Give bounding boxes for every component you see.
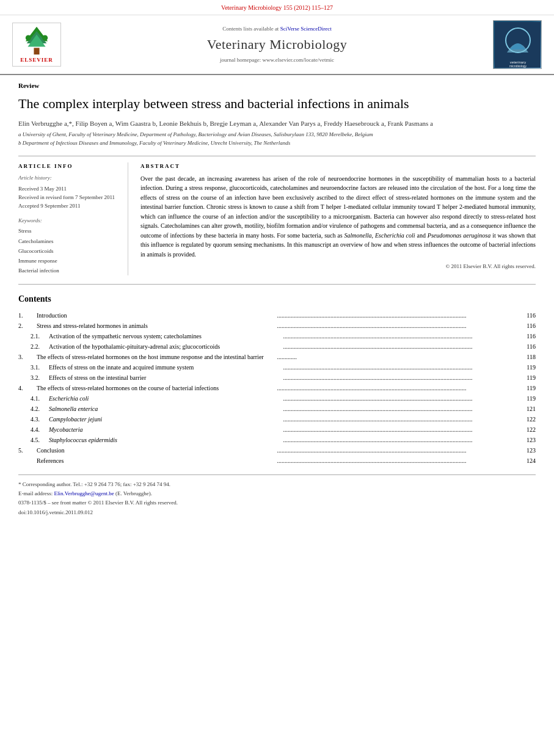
toc-item-3: 3. The effects of stress-related hormone…: [18, 352, 536, 362]
svg-point-5: [42, 35, 48, 40]
copyright-text: © 2011 Elsevier B.V. All rights reserved…: [140, 263, 536, 271]
abstract-column: ABSTRACT Over the past decade, an increa…: [140, 162, 536, 275]
affiliations: a University of Ghent, Faculty of Veteri…: [18, 131, 536, 147]
svg-rect-0: [34, 48, 39, 54]
accepted-date: Accepted 9 September 2011: [18, 202, 122, 210]
contents-title: Contents: [18, 293, 536, 305]
journal-logo-icon: veterinary microbiology: [495, 22, 541, 68]
affiliation-b: b Department of Infectious Diseases and …: [18, 139, 536, 148]
toc-item-2-1: 2.1. Activation of the sympathetic nervo…: [18, 331, 536, 341]
sciverse-link[interactable]: SciVerse ScienceDirect: [280, 26, 332, 32]
abstract-text: Over the past decade, an increasing awar…: [140, 174, 536, 260]
toc-item-conclusion: 5. Conclusion ..........................…: [18, 445, 536, 456]
keyword-bacterial-infection: Bacterial infection: [18, 266, 122, 275]
footer-divider: [18, 474, 536, 475]
toc-item-4-2: 4.2. Salmonella enterica ...............…: [18, 404, 536, 414]
doi-line: doi:10.1016/j.vetmic.2011.09.012: [18, 508, 536, 517]
toc-item-introduction: 1. Introduction ........................…: [18, 310, 536, 321]
toc-item-3-1: 3.1. Effects of stress on the innate and…: [18, 362, 536, 373]
article-type: Review: [18, 81, 536, 90]
toc-item-4-1: 4.1. Escherichia coli ..................…: [18, 393, 536, 404]
issn-line: 0378-1135/$ – see front matter © 2011 El…: [18, 498, 536, 507]
affiliation-a: a University of Ghent, Faculty of Veteri…: [18, 131, 536, 139]
received-revised-date: Received in revised form 7 September 201…: [18, 193, 122, 202]
elsevier-wordmark: ELSEVIER: [20, 56, 53, 64]
email-line: E-mail address: Elin.Verbrugghe@ugent.be…: [18, 489, 536, 498]
toc-item-4: 4. The effects of stress-related hormone…: [18, 383, 536, 393]
toc-item-4-4: 4.4. Mycobacteria ......................…: [18, 424, 536, 435]
keyword-glucocorticoids: Glucocorticoids: [18, 246, 122, 256]
toc-item-stress: 2. Stress and stress-related hormones in…: [18, 321, 536, 331]
article-info-column: ARTICLE INFO Article history: Received 3…: [18, 162, 128, 275]
journal-logo: veterinary microbiology: [493, 20, 542, 69]
footnotes: * Corresponding author. Tel.: +32 9 264 …: [18, 480, 536, 517]
article-info-label: ARTICLE INFO: [18, 162, 122, 170]
keyword-immune-response: Immune response: [18, 256, 122, 266]
article-history-label: Article history:: [18, 174, 122, 182]
toc-item-3-2: 3.2. Effects of stress on the intestinal…: [18, 373, 536, 383]
section-divider: [18, 284, 536, 285]
email-link[interactable]: Elin.Verbrugghe@ugent.be: [54, 490, 114, 496]
keywords-label: Keywords:: [18, 217, 122, 225]
corresponding-author-note: * Corresponding author. Tel.: +32 9 264 …: [18, 480, 536, 489]
main-content: Review The complex interplay between str…: [0, 75, 554, 529]
contents-section: Contents 1. Introduction ...............…: [18, 293, 536, 466]
email-label: E-mail address:: [18, 490, 53, 496]
received-date: Received 3 May 2011: [18, 184, 122, 193]
keywords-section: Keywords: Stress Catecholamines Glucocor…: [18, 217, 122, 276]
journal-title-block: Contents lists available at SciVerse Sci…: [67, 25, 487, 64]
journal-reference-bar: Veterinary Microbiology 155 (2012) 115–1…: [0, 0, 554, 15]
article-info-abstract-section: ARTICLE INFO Article history: Received 3…: [18, 156, 536, 275]
keyword-catecholamines: Catecholamines: [18, 236, 122, 246]
article-history-dates: Received 3 May 2011 Received in revised …: [18, 184, 122, 211]
keyword-stress: Stress: [18, 226, 122, 236]
authors: Elin Verbrugghe a,*, Filip Boyen a, Wim …: [18, 119, 536, 128]
toc-item-references: References .............................…: [18, 456, 536, 466]
email-suffix: (E. Verbrugghe).: [115, 490, 152, 496]
svg-text:microbiology: microbiology: [509, 64, 527, 68]
journal-reference-text: Veterinary Microbiology 155 (2012) 115–1…: [221, 4, 333, 11]
toc-item-4-3: 4.3. Campylobacter jejuni ..............…: [18, 414, 536, 424]
toc-item-2-2: 2.2. Activation of the hypothalamic-pitu…: [18, 341, 536, 352]
journal-title: Veterinary Microbiology: [67, 35, 487, 54]
journal-homepage: journal homepage: www.elsevier.com/locat…: [67, 56, 487, 64]
contents-available-text: Contents lists available at SciVerse Sci…: [67, 25, 487, 33]
toc-list: 1. Introduction ........................…: [18, 310, 536, 466]
svg-point-4: [26, 35, 31, 40]
elsevier-tree-icon: [18, 26, 55, 56]
elsevier-logo: ELSEVIER: [12, 23, 61, 67]
article-title: The complex interplay between stress and…: [18, 95, 536, 113]
keywords-list: Stress Catecholamines Glucocorticoids Im…: [18, 226, 122, 275]
abstract-label: ABSTRACT: [140, 162, 536, 170]
journal-header: ELSEVIER Contents lists available at Sci…: [0, 15, 554, 75]
toc-item-4-5: 4.5. Staphylococcus epidermidis ........…: [18, 435, 536, 445]
